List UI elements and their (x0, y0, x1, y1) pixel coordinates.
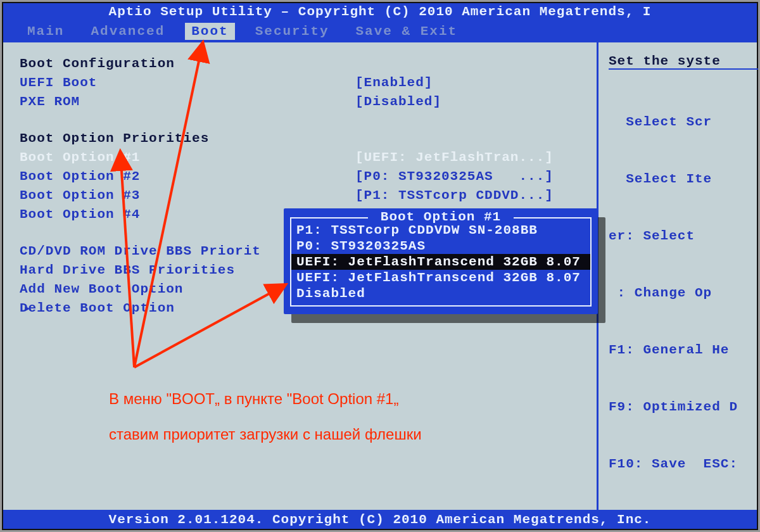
uefi-boot-value[interactable]: [Enabled] (355, 75, 433, 90)
pxe-rom-label[interactable]: PXE ROM (20, 94, 355, 109)
popup-item-0[interactable]: P1: TSSTcorp CDDVDW SN-208BB (291, 222, 590, 238)
popup-item-1[interactable]: P0: ST9320325AS (291, 238, 590, 254)
menu-security[interactable]: Security (249, 23, 336, 40)
boot-option-2-value[interactable]: [P0: ST9320325AS ...] (355, 169, 554, 184)
help-line: F9: Optimized D (609, 398, 758, 417)
menu-bar: Main Advanced Boot Security Save & Exit (3, 21, 757, 41)
help-description: Set the syste (609, 54, 757, 68)
popup-item-3[interactable]: UEFI: JetFlashTranscend 32GB 8.07 (291, 270, 590, 286)
popup-frame: Boot Option #1 P1: TSSTcorp CDDVDW SN-20… (290, 217, 592, 307)
menu-main[interactable]: Main (21, 23, 70, 40)
pxe-rom-value[interactable]: [Disabled] (355, 94, 441, 109)
help-line: F10: Save ESC: (609, 455, 758, 474)
boot-option-3-value[interactable]: [P1: TSSTcorp CDDVD...] (355, 188, 554, 203)
popup-title: Boot Option #1 (291, 210, 590, 224)
boot-option-1-value[interactable]: [UEFI: JetFlashTran...] (355, 150, 554, 165)
title-bar: Aptio Setup Utility – Copyright (C) 2010… (3, 3, 757, 21)
boot-option-popup: Boot Option #1 P1: TSSTcorp CDDVDW SN-20… (284, 208, 598, 314)
help-line: Select Scr (609, 113, 758, 132)
boot-option-3-label[interactable]: Boot Option #3 (20, 188, 355, 203)
annotation-line-2: ставим приоритет загрузки с нашей флешки (109, 423, 422, 446)
section-boot-priorities: Boot Option Priorities (20, 131, 355, 146)
section-boot-config: Boot Configuration (20, 56, 355, 71)
help-line: : Change Op (609, 284, 758, 303)
footer-bar: Version 2.01.1204. Copyright (C) 2010 Am… (3, 511, 757, 529)
popup-item-2[interactable]: UEFI: JetFlashTranscend 32GB 8.07 (291, 254, 590, 270)
help-line: Select Ite (609, 170, 758, 189)
menu-boot[interactable]: Boot (185, 23, 234, 40)
annotation-line-1: В меню "BOOT„ в пункте "Boot Option #1„ (109, 388, 398, 410)
side-panel: Set the syste Select Scr Select Ite er: … (598, 42, 757, 510)
help-keys: Select Scr Select Ite er: Select : Chang… (609, 68, 758, 504)
popup-item-4[interactable]: Disabled (291, 286, 590, 301)
boot-option-1-label[interactable]: Boot Option #1 (20, 150, 355, 165)
help-line: F1: General He (609, 341, 758, 360)
boot-option-2-label[interactable]: Boot Option #2 (20, 169, 355, 184)
caret-icon: ▸ (23, 300, 32, 316)
help-line: er: Select (609, 227, 758, 246)
menu-advanced[interactable]: Advanced (84, 23, 171, 40)
menu-save-exit[interactable]: Save & Exit (350, 23, 464, 40)
uefi-boot-label[interactable]: UEFI Boot (20, 75, 355, 90)
